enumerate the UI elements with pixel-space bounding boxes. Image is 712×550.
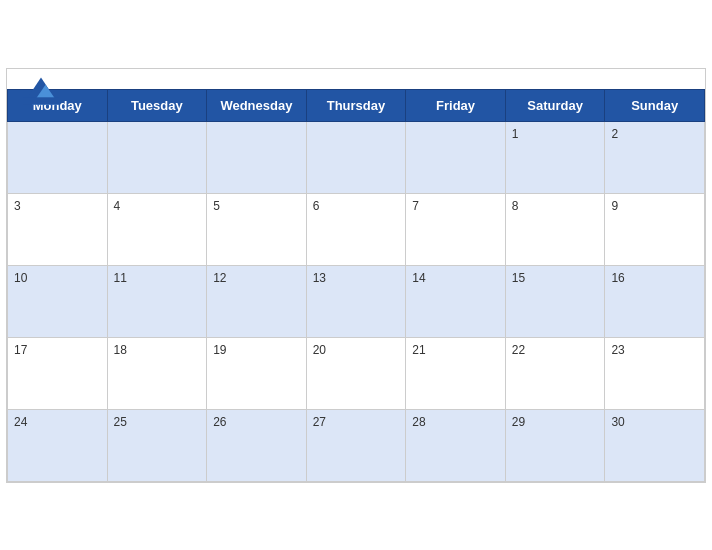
svg-rect-2 [23,97,59,104]
calendar-cell: 20 [306,337,406,409]
day-number: 24 [14,415,27,429]
calendar-cell [107,121,207,193]
logo-icon [23,77,59,105]
weekday-header-friday: Friday [406,89,506,121]
calendar-cell [8,121,108,193]
day-number: 19 [213,343,226,357]
calendar-cell: 13 [306,265,406,337]
day-number: 12 [213,271,226,285]
calendar-cell: 28 [406,409,506,481]
calendar-cell: 30 [605,409,705,481]
day-number: 11 [114,271,127,285]
weekday-header-tuesday: Tuesday [107,89,207,121]
calendar-cell: 11 [107,265,207,337]
weekday-header-sunday: Sunday [605,89,705,121]
day-number: 3 [14,199,21,213]
day-number: 28 [412,415,425,429]
calendar-week-row: 17181920212223 [8,337,705,409]
weekday-header-saturday: Saturday [505,89,605,121]
day-number: 1 [512,127,519,141]
day-number: 26 [213,415,226,429]
day-number: 21 [412,343,425,357]
calendar-cell: 1 [505,121,605,193]
day-number: 18 [114,343,127,357]
calendar-cell: 2 [605,121,705,193]
calendar-cell: 22 [505,337,605,409]
day-number: 14 [412,271,425,285]
calendar-cell: 26 [207,409,307,481]
day-number: 10 [14,271,27,285]
calendar-cell: 8 [505,193,605,265]
day-number: 16 [611,271,624,285]
day-number: 20 [313,343,326,357]
calendar-cell: 7 [406,193,506,265]
calendar-cell: 12 [207,265,307,337]
calendar-cell: 10 [8,265,108,337]
day-number: 5 [213,199,220,213]
calendar-cell [306,121,406,193]
calendar-week-row: 3456789 [8,193,705,265]
calendar-cell: 5 [207,193,307,265]
calendar-cell: 16 [605,265,705,337]
day-number: 15 [512,271,525,285]
day-number: 17 [14,343,27,357]
calendar-week-row: 24252627282930 [8,409,705,481]
day-number: 25 [114,415,127,429]
weekday-header-thursday: Thursday [306,89,406,121]
calendar-cell: 25 [107,409,207,481]
day-number: 23 [611,343,624,357]
day-number: 8 [512,199,519,213]
logo [23,77,59,107]
calendar-cell: 24 [8,409,108,481]
calendar-cell: 23 [605,337,705,409]
calendar-cell [207,121,307,193]
calendar-cell: 4 [107,193,207,265]
weekday-header-wednesday: Wednesday [207,89,307,121]
calendar: MondayTuesdayWednesdayThursdayFridaySatu… [6,68,706,483]
calendar-cell: 27 [306,409,406,481]
calendar-cell [406,121,506,193]
day-number: 27 [313,415,326,429]
day-number: 29 [512,415,525,429]
day-number: 22 [512,343,525,357]
day-number: 7 [412,199,419,213]
calendar-cell: 17 [8,337,108,409]
calendar-cell: 29 [505,409,605,481]
calendar-cell: 14 [406,265,506,337]
calendar-cell: 3 [8,193,108,265]
day-number: 4 [114,199,121,213]
day-number: 30 [611,415,624,429]
calendar-cell: 6 [306,193,406,265]
day-number: 2 [611,127,618,141]
day-number: 9 [611,199,618,213]
calendar-cell: 18 [107,337,207,409]
day-number: 6 [313,199,320,213]
calendar-week-row: 12 [8,121,705,193]
calendar-week-row: 10111213141516 [8,265,705,337]
day-number: 13 [313,271,326,285]
calendar-cell: 21 [406,337,506,409]
calendar-cell: 9 [605,193,705,265]
calendar-table: MondayTuesdayWednesdayThursdayFridaySatu… [7,89,705,482]
calendar-cell: 19 [207,337,307,409]
calendar-header [7,69,705,89]
calendar-cell: 15 [505,265,605,337]
weekday-header-row: MondayTuesdayWednesdayThursdayFridaySatu… [8,89,705,121]
